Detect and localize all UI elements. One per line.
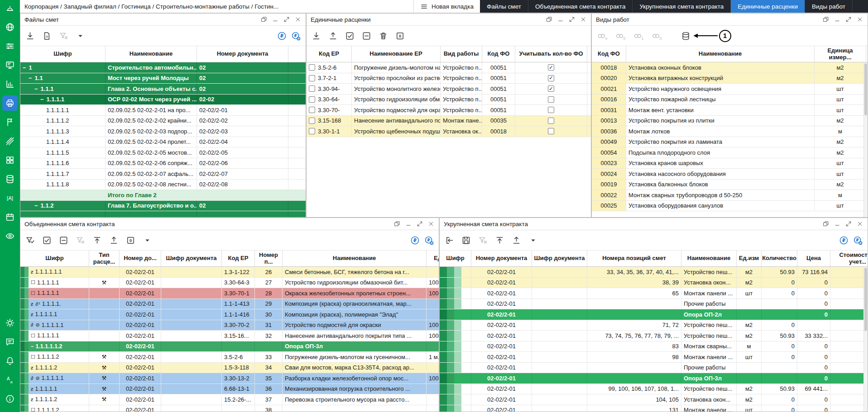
- link-0b-button[interactable]: 0: [651, 31, 662, 41]
- aggregated-row[interactable]: 02-02/2-01104, 105Установка окон...м200: [440, 394, 868, 405]
- column-header[interactable]: Наименование: [106, 46, 197, 62]
- sidebar-item-grid[interactable]: [2, 152, 18, 168]
- check-all-button[interactable]: [42, 236, 52, 245]
- export-button[interactable]: [512, 236, 521, 245]
- clear-filter-button[interactable]: [478, 236, 488, 245]
- window-restore-button[interactable]: [821, 15, 831, 24]
- aggregated-row[interactable]: 02-02/2-0199, 100, 106, 107, 108, 1...Ус…: [440, 384, 868, 395]
- worktypes-row[interactable]: 00016Устройство пожарной лестницышт: [592, 95, 868, 105]
- files-row[interactable]: −1Строительство автомобильн...02: [20, 62, 306, 73]
- combined-row[interactable]: ☐1.1.1.1.102-02/2-013.15-16...32Нанесени…: [20, 331, 439, 341]
- document-button[interactable]: [42, 31, 52, 41]
- aggregated-row[interactable]: 02-02/2-01131Монтаж панели ...шт00: [440, 405, 868, 412]
- combined-row[interactable]: ∂ ⊘1.1.1.1.1⚒02-02/2-013.30-13-235Разбор…: [20, 373, 439, 384]
- tab-aggregated-contract-estimate[interactable]: Укрупненная смета контракта: [633, 0, 731, 13]
- panel-titlebar[interactable]: Объединенная смета контракта: [20, 218, 439, 230]
- rates-row[interactable]: 3.5-2-6Погружение дизель-молотом на ...У…: [307, 62, 591, 73]
- window-minimize-button[interactable]: [403, 219, 413, 228]
- worktypes-row[interactable]: 00013Устройство покрытия из плитким2: [592, 116, 868, 127]
- tab-unit-rates[interactable]: Единичные расценки: [731, 0, 805, 13]
- worktypes-row[interactable]: 00049Устройство покрытия из ламинатам2: [592, 137, 868, 148]
- window-maximize-button[interactable]: [282, 15, 292, 24]
- panel-titlebar[interactable]: Укрупненная смета контракта: [440, 218, 868, 230]
- scrollbar-thumb[interactable]: [864, 63, 867, 115]
- column-header[interactable]: Количество: [762, 251, 797, 266]
- zero-button[interactable]: [395, 31, 405, 41]
- column-header[interactable]: Номер п...: [255, 251, 283, 266]
- aggregated-row[interactable]: 02-02/2-0171, 72Устройство пеш...м20: [440, 320, 868, 331]
- rates-row[interactable]: 3.30-1-1Устройство щебеночных подуше...У…: [307, 126, 591, 137]
- files-row[interactable]: 1.1.1.1.302.09.02.5 02-02-2-03 подпор...…: [20, 126, 306, 137]
- column-header[interactable]: Код ФО: [482, 46, 515, 62]
- column-header[interactable]: Учитывать кол-во ФО: [515, 46, 587, 62]
- worktypes-row[interactable]: 00019Установка балконных блоковм2: [592, 180, 868, 190]
- combined-row[interactable]: ƶ1.1.1.1.1⚒02-02/2-016.68-13-136Механизи…: [20, 384, 439, 395]
- worktypes-row[interactable]: 00023Установка кранов шаровыхшт: [592, 158, 868, 169]
- sidebar-item-bell[interactable]: [2, 353, 18, 369]
- panel-titlebar[interactable]: Файлы смет: [20, 14, 306, 26]
- uncheck-all-button[interactable]: [362, 31, 371, 41]
- filter-selected-button[interactable]: [25, 236, 35, 245]
- expander-icon[interactable]: −: [23, 64, 26, 71]
- check-all-button[interactable]: [345, 31, 355, 41]
- window-minimize-button[interactable]: [832, 15, 842, 24]
- sidebar-item-sun[interactable]: [2, 315, 18, 331]
- clear-filter-button[interactable]: [59, 31, 68, 41]
- exit-button[interactable]: [445, 236, 454, 245]
- move-to-top-button[interactable]: [92, 236, 102, 245]
- column-header[interactable]: Наименование ЕР: [352, 46, 441, 62]
- use-fo-qty-checkbox[interactable]: [548, 107, 554, 113]
- files-row[interactable]: 1.1.1.1.602.09.02.5 02-02-2-06 сопряж...…: [20, 158, 306, 169]
- sidebar-item-lang[interactable]: [2, 372, 18, 388]
- combined-row[interactable]: −1.1.1.1.1.202-02/2-01Опора ОП-3л: [20, 341, 439, 352]
- files-row[interactable]: 1.1.1.1.502.09.02.5 02-02-2-05 мостов...…: [20, 147, 306, 158]
- uncheck-all-button[interactable]: [59, 236, 68, 245]
- worktypes-row[interactable]: 00054Подсыпка плодородного слоям2: [592, 147, 868, 158]
- breadcrumb[interactable]: Корпорация / Западный филиал / Гостиница…: [20, 0, 413, 13]
- tab-estimate-files[interactable]: Файлы смет: [480, 0, 528, 13]
- column-header[interactable]: Цена: [797, 251, 830, 266]
- window-minimize-button[interactable]: [556, 15, 566, 24]
- combined-row[interactable]: ☐1.1.1.1.202-02/2-0138: [20, 405, 439, 412]
- files-row[interactable]: 1.1.1.1.702.09.02.5 02-02-2-07 асфаль...…: [20, 169, 306, 180]
- expander-icon[interactable]: −: [34, 202, 38, 209]
- column-header[interactable]: Единица измер...: [815, 46, 866, 62]
- move-to-top-button[interactable]: [495, 236, 504, 245]
- rates-row[interactable]: 3.30-70-Устройство подмостей для окрас..…: [307, 105, 591, 116]
- import-button[interactable]: [312, 31, 321, 41]
- column-header[interactable]: Номер документа: [471, 251, 532, 266]
- window-close-button[interactable]: [855, 219, 865, 228]
- files-row[interactable]: 1.1.1.1.102.09.02.5 02-02-2-01 на про...…: [20, 105, 306, 116]
- sidebar-item-chart[interactable]: [2, 76, 18, 92]
- column-header[interactable]: Ед.изм: [737, 251, 762, 266]
- combined-row[interactable]: ƶ1.1.1.1.2⚒02-02/2-0115.2-26-...37Перево…: [20, 394, 439, 405]
- column-header[interactable]: Код ЕР: [222, 251, 255, 266]
- combined-row[interactable]: ƶ1.1.1.1.2⚒02-02/2-011.5-3-11834Сваи для…: [20, 363, 439, 374]
- column-header[interactable]: Шифр документа: [532, 251, 587, 266]
- use-fo-qty-checkbox[interactable]: [548, 96, 554, 103]
- files-row[interactable]: 1.1.1.1.402.09.02.5 02-02-2-04 пролет...…: [20, 137, 306, 148]
- row-checkbox[interactable]: [309, 96, 315, 103]
- use-fo-qty-checkbox[interactable]: [548, 118, 554, 124]
- export-button[interactable]: [109, 236, 119, 245]
- files-row[interactable]: Итого по Главе 2: [20, 190, 306, 201]
- worktypes-row[interactable]: 00036Монтаж лотковм: [592, 126, 868, 137]
- files-row[interactable]: 1.1.1.1.202.09.02.5 02-02-2-02 крайни...…: [20, 116, 306, 127]
- dropdown-button[interactable]: [143, 236, 152, 245]
- aggregated-row[interactable]: 02-02/2-0198Монтаж панели ...шт00: [440, 352, 868, 363]
- files-row[interactable]: 1.1.1.1.802.09.02.5 02-02-2-08 лестни...…: [20, 180, 306, 190]
- link-1-button[interactable]: 1: [633, 31, 644, 41]
- column-header[interactable]: Наименование: [681, 251, 737, 266]
- window-minimize-button[interactable]: [832, 219, 842, 228]
- row-checkbox[interactable]: [309, 118, 315, 124]
- sidebar-item-eye[interactable]: [2, 228, 18, 244]
- window-maximize-button[interactable]: [415, 219, 425, 228]
- aggregated-row[interactable]: 02-02/2-0138, 39Установка окон...м200: [440, 278, 868, 289]
- combined-row[interactable]: ☐1.1.1.1.102-02/2-013.30-70-128Окраска ж…: [20, 288, 439, 299]
- sidebar-item-equalizer[interactable]: [2, 38, 18, 54]
- combined-row[interactable]: ☐1.1.1.1.1⚒02-02/2-013.30-64-327Устройст…: [20, 278, 439, 289]
- worktypes-row[interactable]: 00018Установка оконных блоковм2: [592, 62, 868, 73]
- column-header[interactable]: Наименование: [283, 251, 427, 266]
- sidebar-item-brackets-a[interactable]: [2, 190, 18, 206]
- column-header[interactable]: Шифр: [440, 251, 471, 266]
